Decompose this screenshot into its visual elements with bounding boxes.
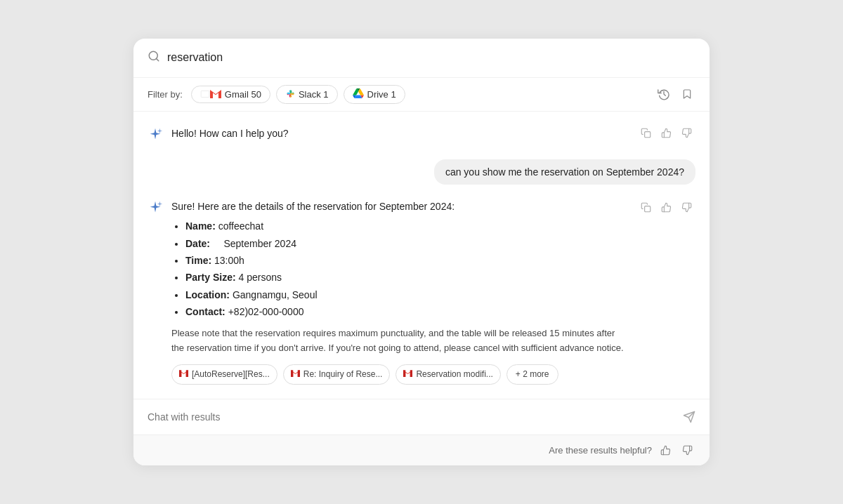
- source-chip-2-label: Re: Inquiry of Rese...: [303, 368, 383, 381]
- search-bar: [133, 39, 710, 78]
- bookmark-button[interactable]: [679, 85, 695, 103]
- filter-bar: Filter by:: [133, 78, 710, 112]
- main-card: Filter by:: [133, 39, 710, 466]
- response-actions: [637, 200, 695, 217]
- ai-greeting-text: Hello! How can I help you?: [171, 126, 629, 141]
- detail-contact: Contact: +82)02-000-0000: [185, 304, 629, 319]
- source-chip-3[interactable]: Reservation modifi...: [396, 364, 500, 385]
- reservation-note: Please note that the reservation require…: [171, 326, 629, 356]
- source-gmail-icon-3: [403, 368, 412, 381]
- source-gmail-icon-1: [179, 368, 188, 381]
- user-message-row: can you show me the reservation on Septe…: [148, 159, 695, 185]
- ai-sparkle-icon-1: [148, 127, 163, 145]
- source-chip-1[interactable]: [AutoReserve][Res...: [171, 364, 277, 385]
- source-chips: [AutoReserve][Res... Re: Inquiry of Res: [171, 364, 629, 385]
- search-icon: [148, 50, 160, 66]
- ai-greeting-row: Hello! How can I help you?: [148, 126, 695, 145]
- svg-rect-3: [645, 206, 651, 211]
- thumbup-response-btn[interactable]: [658, 200, 675, 217]
- greeting-actions: [637, 126, 695, 142]
- copy-greeting-btn[interactable]: [637, 126, 655, 142]
- helpful-text: Are these results helpful?: [549, 445, 652, 456]
- source-chip-1-label: [AutoReserve][Res...: [192, 368, 270, 381]
- detail-location: Location: Gangnamgu, Seoul: [185, 287, 629, 303]
- search-input[interactable]: [167, 51, 695, 64]
- gmail-icon: [200, 89, 221, 99]
- thumbdown-greeting-btn[interactable]: [678, 126, 695, 142]
- source-chip-3-label: Reservation modifi...: [416, 368, 492, 381]
- user-bubble: can you show me the reservation on Septe…: [434, 159, 695, 185]
- ai-response-content: Sure! Here are the details of the reserv…: [171, 199, 629, 385]
- history-button[interactable]: [655, 85, 673, 103]
- copy-response-btn[interactable]: [637, 200, 655, 217]
- svg-line-1: [156, 58, 158, 60]
- filter-chip-gmail[interactable]: Gmail 50: [191, 86, 270, 103]
- more-sources-chip[interactable]: + 2 more: [507, 364, 558, 385]
- bottom-bar: Are these results helpful?: [133, 435, 710, 465]
- thumbdown-response-btn[interactable]: [678, 200, 695, 217]
- source-chip-2[interactable]: Re: Inquiry of Rese...: [283, 364, 391, 385]
- detail-date: Date: September 2024: [185, 236, 629, 251]
- ai-response-row: Sure! Here are the details of the reserv…: [148, 199, 695, 385]
- detail-party: Party Size: 4 persons: [185, 270, 629, 285]
- filter-chip-slack[interactable]: Slack 1: [276, 85, 338, 104]
- chat-input[interactable]: [148, 411, 676, 423]
- filter-chip-drive[interactable]: Drive 1: [344, 85, 405, 104]
- chat-input-row: [133, 399, 710, 435]
- gmail-chip-label: Gmail 50: [225, 89, 261, 100]
- reservation-details-list: Name: coffeechat Date: September 2024 Ti…: [171, 218, 629, 319]
- svg-rect-2: [645, 131, 651, 137]
- helpful-thumbup-btn[interactable]: [658, 442, 674, 458]
- more-sources-label: + 2 more: [516, 368, 549, 381]
- thumbup-greeting-btn[interactable]: [658, 126, 675, 142]
- filter-label: Filter by:: [148, 89, 183, 100]
- slack-chip-label: Slack 1: [299, 89, 329, 100]
- chat-area: Hello! How can I help you?: [133, 112, 710, 385]
- ai-response-intro: Sure! Here are the details of the reserv…: [171, 199, 629, 214]
- slack-icon: [285, 88, 295, 100]
- detail-name: Name: coffeechat: [185, 218, 629, 234]
- source-gmail-icon-2: [291, 368, 300, 381]
- drive-icon: [353, 88, 364, 100]
- ai-sparkle-icon-2: [148, 200, 163, 218]
- drive-chip-label: Drive 1: [367, 89, 396, 100]
- send-button[interactable]: [683, 411, 695, 423]
- filter-actions: [655, 85, 695, 103]
- helpful-thumbdown-btn[interactable]: [679, 442, 695, 458]
- detail-time: Time: 13:00h: [185, 253, 629, 268]
